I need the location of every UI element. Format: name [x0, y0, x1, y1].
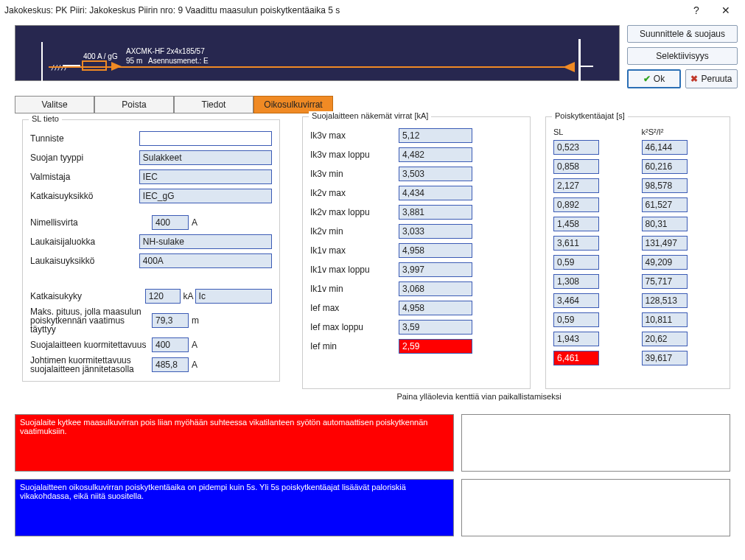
current-label: Ik3v min: [310, 169, 399, 179]
laukaisuyksikko-label: Laukaisuyksikkö: [30, 256, 139, 266]
katkaisuyksikko-label: Katkaisuyksikkö: [30, 191, 139, 201]
cable-line: [49, 66, 571, 68]
hint-caption: Paina ylläolevia kenttiä vian paikallist…: [368, 392, 590, 401]
fuse-rating: 400 A / gG: [83, 52, 118, 60]
k2s2-value[interactable]: 39,617: [642, 351, 688, 365]
sl-value[interactable]: 1,308: [553, 274, 599, 289]
circuit-diagram: ///// 400 A / gG AXCMK-HF 2x4x185/57 95 …: [15, 25, 620, 81]
k2s2-column-head: k²S²/I²: [642, 127, 723, 136]
sl-value[interactable]: 1,458: [553, 217, 599, 231]
k2s2-value[interactable]: 131,497: [642, 236, 688, 251]
error-message-1: Suojalaite kytkee maasulkuvirran pois li…: [15, 414, 454, 472]
titlebar: Jakokeskus: PK Piiri: Jakokeskus Piirin …: [0, 0, 745, 21]
selectivity-button[interactable]: Selektiivisyys: [627, 47, 738, 65]
k2s2-value[interactable]: 128,513: [642, 293, 688, 308]
current-label: Ik1v max loppu: [310, 265, 399, 275]
current-value[interactable]: 4,958: [399, 301, 472, 315]
close-button[interactable]: ✕: [711, 1, 741, 19]
current-label: Ief max loppu: [310, 322, 399, 332]
laukaisijaluokka-field[interactable]: NH-sulake: [139, 234, 272, 249]
ic-field[interactable]: Ic: [195, 289, 272, 304]
current-value[interactable]: 5,12: [399, 128, 472, 143]
ok-button[interactable]: ✔ Ok: [627, 69, 681, 88]
katkaisuyksikko-field[interactable]: IEC_gG: [139, 189, 272, 203]
johtimen-kuorm-field[interactable]: 485,8: [152, 357, 189, 372]
k2s2-value[interactable]: 46,144: [642, 140, 688, 155]
x-icon: ✖: [690, 74, 698, 84]
k2s2-value[interactable]: 60,216: [642, 159, 688, 174]
fuse-icon: [82, 60, 107, 71]
current-label: Ik1v max: [310, 245, 399, 256]
cancel-button[interactable]: ✖ Peruuta: [685, 69, 738, 88]
fault-locate-box-1[interactable]: [461, 414, 730, 472]
k2s2-value[interactable]: 98,578: [642, 178, 688, 193]
current-value[interactable]: 3,068: [399, 281, 472, 296]
k2s2-value[interactable]: 49,209: [642, 255, 688, 270]
current-label: Ik1v min: [310, 284, 399, 294]
current-label: Ik2v min: [310, 226, 399, 237]
current-label: Ik2v max: [310, 188, 399, 198]
johtimen-kuorm-label: Johtimen kuormitettavuus suojalaitteen j…: [30, 356, 152, 374]
tunniste-field[interactable]: [139, 131, 272, 146]
warning-message-2: Suojalaitteen oikosulkuvirran poiskytken…: [15, 479, 454, 536]
window-title: Jakokeskus: PK Piiri: Jakokeskus Piirin …: [4, 5, 682, 15]
sl-column-head: SL: [553, 127, 634, 136]
current-label: Ik3v max loppu: [310, 150, 399, 160]
sl-value[interactable]: 3,464: [553, 293, 599, 308]
nimellisvirta-field[interactable]: 400: [152, 215, 189, 230]
tyyppi-field[interactable]: Sulakkeet: [139, 150, 272, 165]
sl-value[interactable]: 0,892: [553, 197, 599, 212]
tab-poista[interactable]: Poista: [94, 96, 174, 113]
laukaisuyksikko-field[interactable]: 400A: [139, 253, 272, 268]
cable-type: AXCMK-HF 2x4x185/57: [126, 47, 205, 55]
current-value[interactable]: 3,881: [399, 205, 472, 220]
arrow-left-icon: [563, 62, 575, 72]
valmistaja-field[interactable]: IEC: [139, 169, 272, 184]
nimellisvirta-label: Nimellisvirta: [30, 217, 152, 228]
current-label: Ik2v max loppu: [310, 207, 399, 217]
sl-value[interactable]: 0,858: [553, 159, 599, 174]
sl-title: SL tieto: [29, 114, 62, 123]
design-protect-button[interactable]: Suunnittele & suojaus: [627, 25, 738, 43]
tunniste-label: Tunniste: [30, 133, 139, 144]
k2s2-value[interactable]: 20,62: [642, 332, 688, 346]
current-value[interactable]: 4,434: [399, 186, 472, 200]
katkaisukyky-field[interactable]: 120: [145, 289, 181, 304]
current-value[interactable]: 3,503: [399, 167, 472, 181]
sl-value[interactable]: 0,523: [553, 140, 599, 155]
current-value[interactable]: 3,997: [399, 262, 472, 277]
suojalaite-kuorm-field[interactable]: 400: [152, 337, 189, 352]
current-value[interactable]: 2,59: [399, 339, 472, 354]
sl-value[interactable]: 2,127: [553, 178, 599, 193]
current-label: Ik3v max: [310, 130, 399, 141]
suojalaite-kuorm-label: Suojalaitteen kuormitettavuus: [30, 340, 152, 350]
k2s2-value[interactable]: 61,527: [642, 197, 688, 212]
sl-value[interactable]: 6,461: [553, 351, 599, 365]
tab-tiedot[interactable]: Tiedot: [174, 96, 253, 113]
poisk-title: Poiskytkentäajat [s]: [552, 111, 628, 120]
sl-value[interactable]: 3,611: [553, 236, 599, 251]
tyyppi-label: Suojan tyyppi: [30, 153, 139, 163]
k2s2-value[interactable]: 75,717: [642, 274, 688, 289]
currents-title: Suojalaitteen näkemät virrat [kA]: [309, 111, 431, 120]
current-value[interactable]: 4,482: [399, 147, 472, 162]
currents-group: Suojalaitteen näkemät virrat [kA] Ik3v m…: [302, 116, 531, 389]
sl-value[interactable]: 0,59: [553, 312, 599, 327]
end-node-icon: [578, 39, 581, 82]
cable-length: 95 m: [126, 57, 142, 65]
sl-value[interactable]: 0,59: [553, 255, 599, 270]
help-button[interactable]: ?: [682, 1, 711, 19]
window: Jakokeskus: PK Piiri: Jakokeskus Piirin …: [0, 0, 745, 560]
fault-locate-box-2[interactable]: [461, 479, 730, 536]
current-value[interactable]: 3,033: [399, 224, 472, 239]
current-value[interactable]: 3,59: [399, 320, 472, 335]
sl-info-group: SL tieto Tunniste Suojan tyyppi Sulakkee…: [15, 116, 287, 389]
install-method: Asennusmenet.: E: [148, 57, 209, 65]
current-value[interactable]: 4,958: [399, 243, 472, 258]
k2s2-value[interactable]: 80,31: [642, 217, 688, 231]
tab-valitse[interactable]: Valitse: [15, 96, 94, 113]
sl-value[interactable]: 1,943: [553, 332, 599, 346]
k2s2-value[interactable]: 10,811: [642, 312, 688, 327]
laukaisijaluokka-label: Laukaisijaluokka: [30, 237, 139, 247]
maks-pituus-field[interactable]: 79,3: [152, 313, 189, 328]
